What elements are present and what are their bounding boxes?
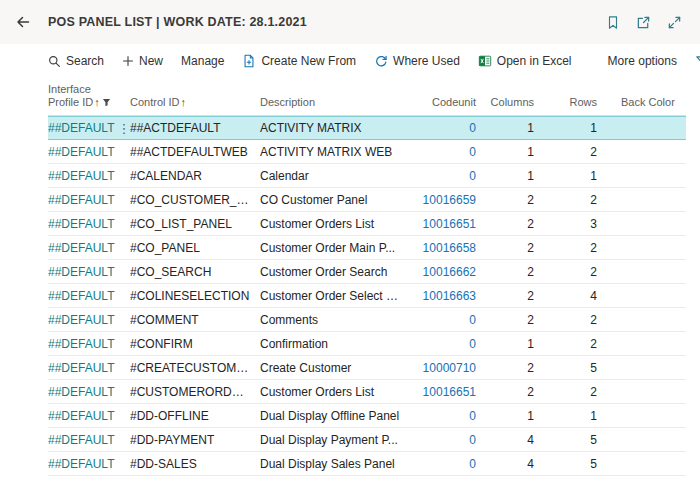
table-row[interactable]: ##DEFAULT#CO_PANELCustomer Order Main P.… [48,236,686,260]
cell-description[interactable]: Customer Orders List [260,217,410,231]
profile-id-link[interactable]: ##DEFAULT [48,433,114,447]
profile-id-link[interactable]: ##DEFAULT [48,409,114,423]
codeunit-link[interactable]: 0 [469,313,476,327]
cell-control-id[interactable]: #DD-PAYMENT [130,433,260,447]
cell-codeunit[interactable]: 0 [410,457,476,471]
cell-codeunit[interactable]: 0 [410,337,476,351]
back-button[interactable] [8,7,38,37]
cell-control-id[interactable]: ##ACTDEFAULTWEB [130,145,260,159]
column-header-columns[interactable]: Columns [476,94,534,115]
cell-interface-profile-id[interactable]: ##DEFAULT [48,385,130,399]
codeunit-link[interactable]: 10016651 [423,385,476,399]
cell-control-id[interactable]: #DD-OFFLINE [130,409,260,423]
bookmark-icon[interactable] [606,15,620,30]
cell-rows[interactable]: 2 [534,313,597,327]
where-used-button[interactable]: Where Used [374,54,460,68]
table-row[interactable]: ##DEFAULT⋮##ACTDEFAULTACTIVITY MATRIX011 [48,116,686,140]
table-row[interactable]: ##DEFAULT#COMMENTComments022 [48,308,686,332]
table-row[interactable]: ##DEFAULT#DD-PAYMENTDual Display Payment… [48,428,686,452]
cell-control-id[interactable]: #CONFIRM [130,337,260,351]
column-header-codeunit[interactable]: Codeunit [410,94,476,115]
cell-rows[interactable]: 2 [534,241,597,255]
profile-id-link[interactable]: ##DEFAULT [48,337,114,351]
cell-columns[interactable]: 2 [476,193,534,207]
filter-button[interactable] [695,54,700,69]
cell-description[interactable]: Create Customer [260,361,410,375]
table-row[interactable]: ##DEFAULT#DD-SALESDual Display Sales Pan… [48,452,686,476]
profile-id-link[interactable]: ##DEFAULT [48,457,114,471]
codeunit-link[interactable]: 0 [469,337,476,351]
table-row[interactable]: ##DEFAULT#CONFIRMConfirmation012 [48,332,686,356]
cell-interface-profile-id[interactable]: ##DEFAULT [48,241,130,255]
codeunit-link[interactable]: 10016662 [423,265,476,279]
cell-codeunit[interactable]: 0 [410,433,476,447]
cell-description[interactable]: CO Customer Panel [260,193,410,207]
column-header-rows[interactable]: Rows [534,94,597,115]
row-context-menu-icon[interactable]: ⋮ [114,122,130,135]
table-row[interactable]: ##DEFAULT#CREATECUSTOMERCreate Customer1… [48,356,686,380]
cell-rows[interactable]: 2 [534,193,597,207]
cell-description[interactable]: Confirmation [260,337,410,351]
profile-id-link[interactable]: ##DEFAULT [48,193,114,207]
cell-description[interactable]: Customer Orders List [260,385,410,399]
codeunit-link[interactable]: 0 [469,433,476,447]
cell-columns[interactable]: 2 [476,361,534,375]
cell-control-id[interactable]: #CREATECUSTOMER [130,361,260,375]
cell-columns[interactable]: 2 [476,313,534,327]
cell-control-id[interactable]: #CO_CUSTOMER_PANEL [130,193,260,207]
cell-codeunit[interactable]: 10000710 [410,361,476,375]
cell-interface-profile-id[interactable]: ##DEFAULT [48,217,130,231]
cell-rows[interactable]: 2 [534,337,597,351]
cell-control-id[interactable]: #DD-SALES [130,457,260,471]
cell-control-id[interactable]: #CO_SEARCH [130,265,260,279]
cell-columns[interactable]: 1 [476,169,534,183]
cell-control-id[interactable]: #COLINESELECTION [130,289,260,303]
search-button[interactable]: Search [48,54,104,68]
cell-rows[interactable]: 1 [534,121,597,135]
column-header-description[interactable]: Description [260,94,410,115]
cell-codeunit[interactable]: 10016662 [410,265,476,279]
cell-interface-profile-id[interactable]: ##DEFAULT [48,313,130,327]
cell-rows[interactable]: 3 [534,217,597,231]
cell-interface-profile-id[interactable]: ##DEFAULT [48,289,130,303]
cell-description[interactable]: Customer Order Main P... [260,241,410,255]
table-row[interactable]: ##DEFAULT#CALENDARCalendar011 [48,164,686,188]
cell-interface-profile-id[interactable]: ##DEFAULT⋮ [48,121,130,135]
cell-codeunit[interactable]: 0 [410,313,476,327]
profile-id-link[interactable]: ##DEFAULT [48,145,114,159]
cell-rows[interactable]: 2 [534,385,597,399]
column-header-interface-profile-id[interactable]: Interface Profile ID↑ [48,81,130,115]
cell-columns[interactable]: 2 [476,265,534,279]
profile-id-link[interactable]: ##DEFAULT [48,289,114,303]
expand-icon[interactable] [667,15,682,30]
cell-columns[interactable]: 4 [476,433,534,447]
codeunit-link[interactable]: 10016651 [423,217,476,231]
profile-id-link[interactable]: ##DEFAULT [48,121,114,135]
table-row[interactable]: ##DEFAULT#CO_LIST_PANELCustomer Orders L… [48,212,686,236]
cell-codeunit[interactable]: 10016651 [410,217,476,231]
codeunit-link[interactable]: 10016663 [423,289,476,303]
codeunit-link[interactable]: 0 [469,409,476,423]
codeunit-link[interactable]: 10000710 [423,361,476,375]
column-header-back-color[interactable]: Back Color [597,94,686,115]
profile-id-link[interactable]: ##DEFAULT [48,169,114,183]
codeunit-link[interactable]: 10016659 [423,193,476,207]
codeunit-link[interactable]: 0 [469,121,476,135]
profile-id-link[interactable]: ##DEFAULT [48,361,114,375]
cell-interface-profile-id[interactable]: ##DEFAULT [48,433,130,447]
profile-id-link[interactable]: ##DEFAULT [48,313,114,327]
cell-columns[interactable]: 1 [476,145,534,159]
open-in-new-window-icon[interactable] [636,15,651,30]
cell-description[interactable]: Comments [260,313,410,327]
cell-control-id[interactable]: #CALENDAR [130,169,260,183]
cell-columns[interactable]: 2 [476,385,534,399]
cell-rows[interactable]: 4 [534,289,597,303]
cell-description[interactable]: Customer Order Select L... [260,289,410,303]
table-row[interactable]: ##DEFAULT#CO_CUSTOMER_PANELCO Customer P… [48,188,686,212]
table-row[interactable]: ##DEFAULT#CO_SEARCHCustomer Order Search… [48,260,686,284]
cell-columns[interactable]: 1 [476,121,534,135]
cell-codeunit[interactable]: 0 [410,121,476,135]
cell-description[interactable]: Calendar [260,169,410,183]
table-row[interactable]: ##DEFAULT#CUSTOMERORDERLISTCustomer Orde… [48,380,686,404]
cell-columns[interactable]: 2 [476,217,534,231]
